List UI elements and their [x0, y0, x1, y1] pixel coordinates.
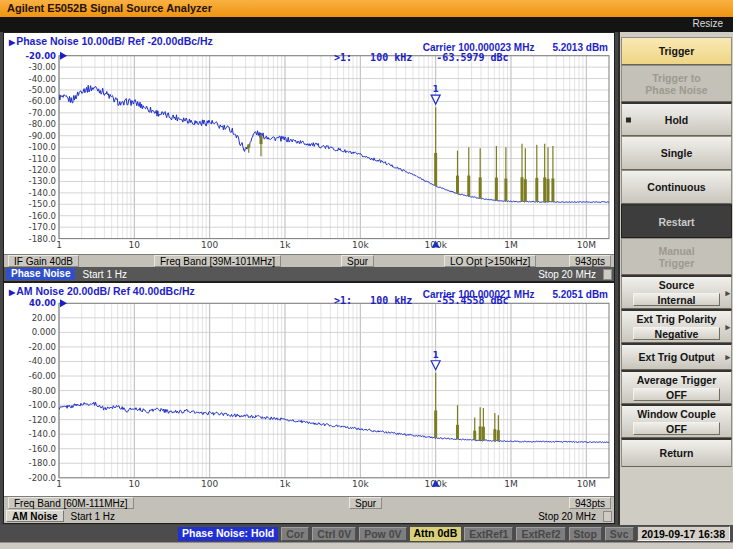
menu-item-average-trigger[interactable]: Average TriggerOFF — [621, 370, 732, 404]
menu-value: OFF — [633, 422, 720, 435]
menu-label: Source — [622, 279, 731, 291]
menu-item-trigger-to-phase-noise: Trigger toPhase Noise — [621, 65, 732, 102]
menu-item-return[interactable]: Return — [621, 438, 732, 467]
svg-text:-150.0: -150.0 — [29, 199, 56, 209]
statusbar-extref2: ExtRef2 — [516, 527, 565, 541]
svg-text:-100.0: -100.0 — [29, 400, 56, 410]
svg-text:-50.00: -50.00 — [29, 85, 56, 95]
submenu-arrow-icon: ▸ — [725, 322, 730, 332]
svg-text:-180.0: -180.0 — [29, 234, 56, 244]
svg-text:20.00: 20.00 — [32, 313, 56, 323]
phase-noise-panel: 1101001k10k100k1M10M-20.00-30.00-40.00-5… — [4, 33, 614, 254]
am-noise-stop-label: Stop 20 MHz — [538, 511, 596, 522]
menu-item-trigger[interactable]: Trigger — [621, 37, 732, 65]
statusbar-cor: Cor — [281, 527, 309, 541]
svg-text:-30.00: -30.00 — [29, 62, 56, 72]
top-strip: Resize — [0, 17, 733, 32]
statusbar-attn: Attn 0dB — [410, 527, 462, 541]
svg-text:-110.0: -110.0 — [29, 154, 56, 164]
menu-label: Average Trigger — [622, 374, 731, 386]
am-noise-start-label: Start 1 Hz — [71, 511, 115, 522]
am-noise-footer: AM Noise Start 1 Hz Stop 20 MHz — [4, 509, 614, 523]
active-trace-icon: ▶ — [9, 38, 15, 47]
status-item-if-gain: IF Gain 40dB — [8, 255, 79, 267]
status-bar: Phase Noise: HoldCorCtrl 0VPow 0VAttn 0d… — [0, 525, 733, 542]
statusbar-stop: Stop — [569, 527, 602, 541]
submenu-arrow-icon: ▸ — [725, 352, 730, 362]
menu-item-window-couple[interactable]: Window CoupleOFF — [621, 404, 732, 438]
svg-text:-60.00: -60.00 — [29, 371, 56, 381]
menu-item-ext-trig-polarity[interactable]: Ext Trig PolarityNegative▸ — [621, 309, 732, 343]
phase-noise-stop-label: Stop 20 MHz — [538, 269, 596, 280]
am-noise-window: 1101001k10k100k1M10M40.0020.000.000-20.0… — [3, 282, 615, 524]
menu-item-manual-trigger: ManualTrigger — [621, 238, 732, 275]
phase-noise-start-label: Start 1 Hz — [82, 269, 126, 280]
selection-dot-icon — [626, 117, 631, 122]
menu-label: Ext Trig Polarity — [622, 313, 731, 325]
menu-value: OFF — [633, 388, 720, 401]
menu-item-ext-trig-output[interactable]: Ext Trig Output▸ — [621, 343, 732, 370]
svg-text:-90.00: -90.00 — [29, 131, 56, 141]
menu-value: Negative — [633, 327, 720, 340]
menu-item-hold[interactable]: Hold — [621, 102, 732, 136]
menu-item-single[interactable]: Single — [621, 136, 732, 170]
menu-label: Phase Noise — [622, 84, 731, 96]
svg-text:1k: 1k — [280, 479, 292, 489]
phase-noise-window: 1101001k10k100k1M10M-20.00-30.00-40.00-5… — [3, 32, 615, 282]
menu-item-restart[interactable]: Restart — [621, 204, 732, 238]
carrier-power: 5.2051 dBm — [552, 289, 608, 300]
svg-text:0.000: 0.000 — [32, 327, 56, 337]
menu-label: Window Couple — [622, 408, 731, 420]
svg-text:-130.0: -130.0 — [29, 176, 56, 186]
statusbar-svc: Svc — [605, 527, 634, 541]
menu-item-source[interactable]: SourceInternal▸ — [621, 275, 732, 309]
menu-value: Internal — [633, 293, 720, 306]
svg-text:-200.0: -200.0 — [29, 473, 56, 483]
statusbar-phase-noise-hold[interactable]: Phase Noise: Hold — [178, 527, 278, 541]
svg-text:-20.00: -20.00 — [29, 342, 56, 352]
am-noise-marker-readout: >1: 100 kHz -55.4558 dBc — [334, 295, 509, 306]
svg-text:1: 1 — [433, 84, 439, 94]
footer-resize-handle[interactable] — [603, 511, 612, 522]
plot-column: 1101001k10k100k1M10M-20.00-30.00-40.00-5… — [0, 32, 618, 525]
svg-text:-160.0: -160.0 — [29, 211, 56, 221]
footer-resize-handle[interactable] — [603, 269, 612, 280]
svg-text:1k: 1k — [280, 240, 292, 250]
status-item-spur: Spur — [349, 497, 382, 509]
softkey-menu: TriggerTrigger toPhase NoiseHoldSingleCo… — [618, 32, 733, 525]
menu-label: Continuous — [622, 181, 731, 193]
svg-text:-180.0: -180.0 — [29, 458, 56, 468]
menu-label: Trigger — [622, 257, 731, 269]
phase-noise-window-tab[interactable]: Phase Noise — [6, 268, 75, 280]
svg-text:1: 1 — [433, 350, 439, 360]
svg-text:100: 100 — [201, 479, 218, 489]
phase-noise-marker-readout: >1: 100 kHz -63.5979 dBc — [334, 52, 509, 63]
statusbar-pow: Pow 0V — [359, 527, 406, 541]
am-noise-panel: 1101001k10k100k1M10M40.0020.000.000-20.0… — [4, 283, 614, 496]
svg-text:100: 100 — [201, 240, 218, 250]
status-item-freq-band: Freq Band [39M-101MHz] — [154, 255, 281, 267]
am-noise-title: AM Noise 20.00dB/ Ref 40.00dBc/Hz — [16, 285, 195, 297]
status-item-points: 943pts — [569, 255, 611, 267]
resize-button[interactable]: Resize — [692, 18, 723, 29]
svg-text:10M: 10M — [577, 479, 596, 489]
menu-label: Restart — [622, 216, 731, 228]
svg-text:-160.0: -160.0 — [29, 444, 56, 454]
menu-label: Hold — [622, 114, 731, 126]
menu-label: Ext Trig Output — [622, 351, 731, 363]
svg-text:1: 1 — [56, 240, 62, 250]
menu-item-continuous[interactable]: Continuous — [621, 170, 732, 204]
svg-text:10k: 10k — [352, 240, 369, 250]
statusbar-datetime: 2019-09-17 16:38 — [637, 526, 730, 541]
menu-label: Single — [622, 147, 731, 159]
svg-text:-140.0: -140.0 — [29, 188, 56, 198]
status-item-spur: Spur — [341, 255, 374, 267]
active-trace-icon: ▶ — [9, 288, 15, 297]
am-noise-window-tab[interactable]: AM Noise — [6, 510, 64, 522]
phase-noise-header: ▶Phase Noise 10.00dB/ Ref -20.00dBc/Hz — [9, 35, 213, 47]
svg-text:-140.0: -140.0 — [29, 429, 56, 439]
phase-noise-status-row: IF Gain 40dBFreq Band [39M-101MHz]SpurLO… — [4, 254, 614, 267]
svg-text:-70.00: -70.00 — [29, 108, 56, 118]
svg-text:-100.0: -100.0 — [29, 142, 56, 152]
svg-text:-120.0: -120.0 — [29, 165, 56, 175]
